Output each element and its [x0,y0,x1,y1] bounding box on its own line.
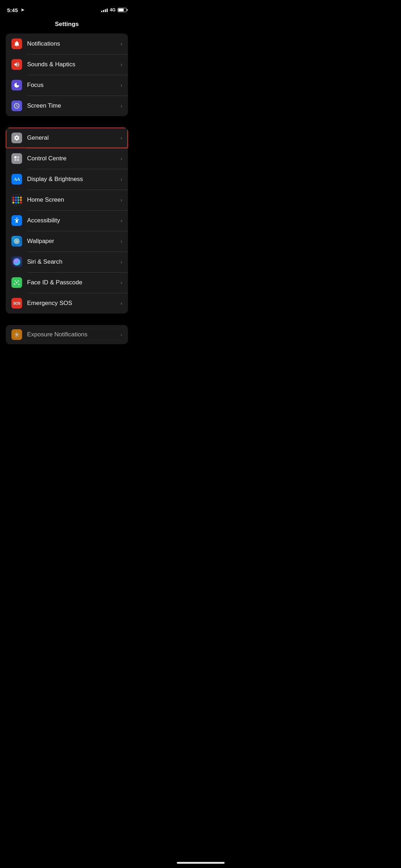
sounds-label: Sounds & Haptics [27,61,118,68]
controlcentre-icon [11,153,22,164]
display-label: Display & Brightness [27,176,118,183]
row-faceid[interactable]: Face ID & Passcode › [6,272,128,293]
faceid-icon [11,277,22,288]
row-accessibility[interactable]: Accessibility › [6,210,128,231]
sos-icon: SOS [11,298,22,309]
svg-rect-1 [17,156,19,158]
page-title: Settings [55,21,79,27]
faceid-chevron: › [120,280,122,285]
svg-point-4 [16,218,17,219]
svg-rect-3 [17,159,19,161]
focus-chevron: › [120,82,122,88]
svg-rect-0 [14,156,16,158]
settings-group-1: Notifications › Sounds & Haptics › Focus… [6,33,128,116]
homescreen-label: Home Screen [27,196,118,203]
siri-chevron: › [120,259,122,265]
display-chevron: › [120,176,122,182]
notifications-label: Notifications [27,40,118,47]
signal-bars [101,8,108,12]
wallpaper-chevron: › [120,238,122,244]
general-chevron: › [120,135,122,141]
display-icon: AA [11,174,22,185]
general-icon [11,133,22,143]
row-focus[interactable]: Focus › [6,75,128,95]
row-sos[interactable]: SOS Emergency SOS › [6,293,128,314]
notifications-chevron: › [120,41,122,47]
status-bar: 5:45 ➤ 4G [0,0,134,18]
controlcentre-label: Control Centre [27,155,118,162]
row-display[interactable]: AA Display & Brightness › [6,169,128,190]
siri-label: Siri & Search [27,258,118,265]
row-screentime[interactable]: Screen Time › [6,95,128,116]
signal-bar-2 [103,10,104,12]
focus-icon [11,80,22,91]
network-label: 4G [110,7,115,12]
battery [118,8,127,12]
focus-label: Focus [27,82,118,89]
row-homescreen[interactable]: Home Screen › [6,190,128,210]
page-header: Settings [0,18,134,33]
row-controlcentre[interactable]: Control Centre › [6,148,128,169]
sos-label: Emergency SOS [27,300,118,307]
exposure-icon [11,329,22,340]
sounds-chevron: › [120,62,122,67]
battery-icon [118,8,127,12]
status-icons: 4G [101,7,127,12]
screentime-icon [11,100,22,111]
row-sounds[interactable]: Sounds & Haptics › [6,54,128,75]
screentime-chevron: › [120,103,122,109]
row-siri[interactable]: Siri & Search › [6,252,128,272]
signal-bar-4 [107,9,108,12]
settings-group-2: General › Control Centre › AA Display & … [6,128,128,314]
general-label: General [27,134,118,141]
accessibility-label: Accessibility [27,217,118,224]
battery-level [118,9,124,11]
wallpaper-icon [11,236,22,247]
faceid-label: Face ID & Passcode [27,279,118,286]
svg-point-5 [16,241,17,242]
svg-rect-2 [14,159,16,161]
homescreen-chevron: › [120,197,122,203]
status-time: 5:45 ➤ [7,7,24,13]
homescreen-icon [11,195,22,205]
sounds-icon [11,59,22,70]
row-general[interactable]: General › [6,128,128,148]
accessibility-chevron: › [120,218,122,223]
siri-orb [13,258,20,265]
siri-icon [11,257,22,267]
controlcentre-chevron: › [120,156,122,161]
row-notifications[interactable]: Notifications › [6,33,128,54]
exposure-chevron: › [120,332,122,337]
wallpaper-label: Wallpaper [27,238,118,245]
accessibility-icon [11,215,22,226]
exposure-label: Exposure Notifications [27,331,118,338]
location-icon: ➤ [21,7,24,12]
screentime-label: Screen Time [27,102,118,109]
signal-bar-3 [105,9,106,12]
row-wallpaper[interactable]: Wallpaper › [6,231,128,252]
signal-bar-1 [101,11,102,12]
row-exposure[interactable]: Exposure Notifications › [6,325,128,344]
time-display: 5:45 [7,7,18,13]
sos-chevron: › [120,300,122,306]
notifications-icon [11,38,22,49]
